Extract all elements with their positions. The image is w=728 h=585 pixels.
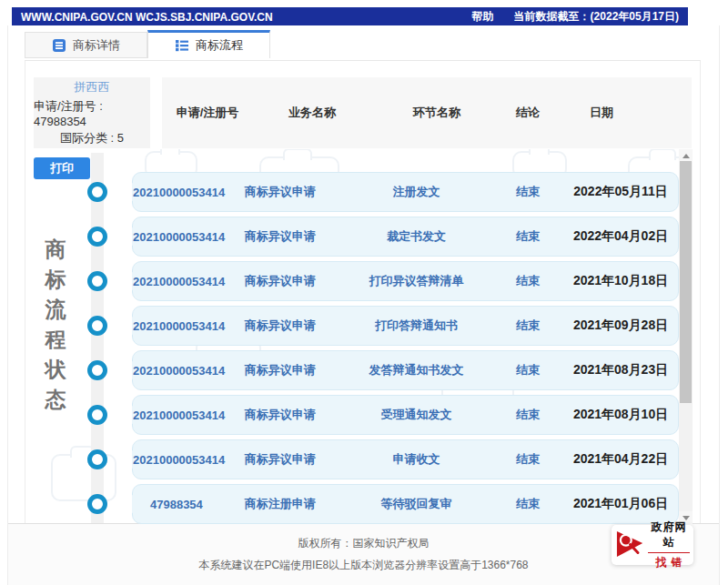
row-result: 结束 (492, 184, 563, 200)
process-row: 20210000053414 商标异议申请 发答辩通知书发文 结束 2021年0… (132, 350, 679, 390)
timeline-node (87, 271, 107, 291)
application-number: 申请/注册号 : 47988354 (34, 98, 150, 128)
help-link[interactable]: 帮助 (472, 9, 494, 25)
badge-subtitle: 找错 (652, 555, 687, 570)
page-container: 商标详情 商标流程 拼西西 申请/注册号 : 47988354 国际分类 : 5… (7, 25, 720, 585)
row-result: 结束 (492, 496, 563, 512)
row-business-name: 商标注册申请 (220, 496, 340, 512)
tab-trademark-process[interactable]: 商标流程 (147, 30, 270, 58)
page-footer: 版权所有：国家知识产权局 本系统建议在PC端使用IE8以上版本浏览器分辨率设置高… (8, 523, 719, 585)
row-result: 结束 (492, 451, 563, 468)
timeline-node (87, 449, 107, 469)
trademark-name: 拼西西 (75, 79, 110, 96)
row-result: 结束 (492, 228, 563, 245)
scroll-up-button[interactable] (679, 149, 693, 162)
row-step-name: 等待驳回复审 (340, 496, 493, 512)
badge-text: 政府网站 找错 (648, 519, 690, 570)
row-step-name: 打印答辩通知书 (340, 318, 493, 334)
row-result: 结束 (492, 362, 563, 378)
row-business-name: 商标异议申请 (220, 362, 340, 378)
row-application-no: 20210000053414 (133, 364, 220, 378)
process-scroll-area: 20210000053414 商标异议申请 注册发文 结束 2022年05月11… (132, 149, 693, 524)
row-business-name: 商标异议申请 (220, 228, 340, 245)
row-date: 2021年08月23日 (563, 362, 678, 378)
badge-title: 政府网站 (648, 519, 690, 550)
print-button[interactable]: 打印 (34, 157, 90, 179)
timeline-node (87, 182, 107, 202)
badge-divider (648, 552, 690, 553)
scrollbar-thumb[interactable] (680, 161, 692, 403)
row-step-name: 申请收文 (340, 451, 493, 468)
col-header-application-no: 申请/注册号 (177, 105, 239, 121)
site-domains: WWW.CNIPA.GOV.CN WCJS.SBJ.CNIPA.GOV.CN (21, 11, 273, 24)
row-business-name: 商标异议申请 (220, 184, 340, 200)
process-row-list: 20210000053414 商标异议申请 注册发文 结束 2022年05月11… (132, 149, 679, 524)
vertical-title-char: 状 (44, 359, 67, 380)
gov-site-error-report-badge[interactable]: 政府网站 找错 (612, 525, 693, 565)
tab-label: 商标流程 (196, 37, 243, 54)
process-row: 47988354 商标注册申请 等待驳回复审 结束 2021年01月06日 (132, 484, 679, 524)
row-date: 2022年05月11日 (563, 184, 678, 200)
col-header-date: 日期 (590, 105, 613, 121)
vertical-title-char: 流 (44, 299, 67, 320)
timeline-node (87, 316, 107, 336)
timeline-node (87, 494, 107, 514)
international-class: 国际分类 : 5 (60, 130, 124, 146)
row-application-no: 20210000053414 (133, 230, 220, 244)
row-application-no: 20210000053414 (133, 186, 220, 199)
timeline-node (87, 405, 107, 425)
row-business-name: 商标异议申请 (220, 273, 340, 289)
vertical-title-char: 商 (44, 239, 67, 260)
col-header-step-name: 环节名称 (413, 105, 460, 121)
row-step-name: 发答辩通知书发文 (340, 362, 493, 378)
row-result: 结束 (492, 407, 563, 423)
row-step-name: 裁定书发文 (340, 228, 493, 245)
process-row: 20210000053414 商标异议申请 申请收文 结束 2021年04月22… (132, 439, 679, 479)
document-icon (52, 38, 66, 53)
magnifier-flag-icon (616, 528, 645, 563)
row-result: 结束 (492, 318, 563, 334)
list-icon (175, 38, 189, 53)
vertical-title-char: 标 (44, 269, 67, 290)
row-application-no: 20210000053414 (133, 408, 220, 422)
scroll-up-icon (682, 154, 690, 158)
top-bar: WWW.CNIPA.GOV.CN WCJS.SBJ.CNIPA.GOV.CN 帮… (12, 7, 688, 26)
tab-label: 商标详情 (73, 37, 120, 54)
process-status-vertical-title: 商标流程状态 (44, 239, 67, 410)
row-date: 2021年08月10日 (563, 407, 678, 423)
row-date: 2021年09月28日 (563, 318, 678, 334)
row-application-no: 20210000053414 (133, 275, 220, 288)
row-application-no: 20210000053414 (133, 319, 220, 333)
row-date: 2021年10月18日 (563, 273, 678, 289)
process-panel: 拼西西 申请/注册号 : 47988354 国际分类 : 5 打印 商标流程状态… (25, 60, 701, 523)
row-result: 结束 (492, 273, 563, 289)
row-business-name: 商标异议申请 (220, 407, 340, 423)
row-business-name: 商标异议申请 (220, 451, 340, 468)
data-cutoff-date: 当前数据截至：(2022年05月17日) (514, 9, 679, 25)
col-header-result: 结论 (516, 105, 540, 121)
tab-bar: 商标详情 商标流程 (25, 32, 270, 58)
row-date: 2022年04月02日 (563, 228, 678, 245)
vertical-title-char: 态 (44, 389, 67, 410)
row-application-no: 47988354 (133, 498, 220, 511)
process-row: 20210000053414 商标异议申请 打印答辩通知书 结束 2021年09… (132, 306, 679, 346)
timeline-node (87, 227, 107, 247)
tab-trademark-details[interactable]: 商标详情 (25, 32, 147, 58)
vertical-scrollbar[interactable] (679, 149, 693, 524)
row-step-name: 注册发文 (340, 184, 493, 200)
vertical-title-char: 程 (44, 329, 67, 350)
row-date: 2021年04月22日 (563, 451, 678, 468)
row-date: 2021年01月06日 (563, 496, 678, 512)
process-row: 20210000053414 商标异议申请 打印异议答辩清单 结束 2021年1… (132, 261, 679, 301)
row-step-name: 受理通知发文 (340, 407, 493, 423)
row-step-name: 打印异议答辩清单 (340, 273, 493, 289)
process-row: 20210000053414 商标异议申请 注册发文 结束 2022年05月11… (132, 172, 679, 212)
process-row: 20210000053414 商标异议申请 受理通知发文 结束 2021年08月… (132, 395, 679, 435)
timeline-node (87, 360, 107, 380)
row-business-name: 商标异议申请 (220, 318, 340, 334)
process-row: 20210000053414 商标异议申请 裁定书发文 结束 2022年04月0… (132, 217, 679, 257)
trademark-info-box: 拼西西 申请/注册号 : 47988354 国际分类 : 5 (34, 77, 150, 148)
table-header: 申请/注册号 业务名称 环节名称 结论 日期 (162, 77, 692, 148)
row-application-no: 20210000053414 (133, 453, 220, 467)
col-header-business-name: 业务名称 (288, 105, 336, 121)
